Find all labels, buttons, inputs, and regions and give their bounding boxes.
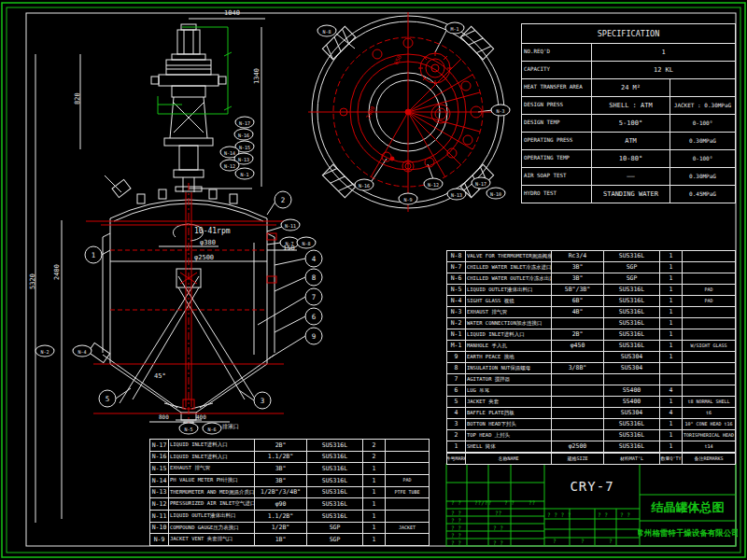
cell-matl: SUS316L: [306, 440, 362, 451]
cell-qty: 1: [659, 262, 682, 273]
dimension-annotation: ? ?: [451, 511, 461, 516]
cell-desc: LUG 吊耳: [465, 385, 551, 396]
cell-desc: SHELL 筒体: [465, 441, 551, 452]
cell-qty: 2: [362, 452, 385, 463]
cell-v1: 24 M²: [591, 79, 669, 96]
table-row: HYDRO TESTSTANDING WATER0.45MPaG: [522, 185, 735, 203]
dimension-annotation: ? ?: [451, 533, 461, 539]
table-row: N-17LIQUID INLET进料入口2B"SUS316L2: [150, 440, 429, 451]
table-row: 8INSULATION NUT保温螺母3/8B"SUS304: [447, 362, 735, 373]
cell-desc: AGITATOR 搅拌器: [465, 374, 551, 385]
cell-mark: N-9: [150, 534, 168, 545]
cell-mark: 1: [447, 441, 465, 452]
dimension-annotation: ?: [609, 539, 613, 544]
part-balloon: 2: [275, 191, 292, 209]
cell-matl: SGP: [603, 262, 659, 273]
cell-remarks: [385, 511, 429, 522]
nozzle-tag: N-6: [203, 423, 222, 435]
table-row: N-2WATER CONNECTION加水连接口SUS316L1: [447, 317, 735, 329]
cell-v1: SHELL : ATM: [591, 97, 669, 114]
cell-remarks: [682, 273, 735, 284]
part-balloon: 9: [305, 328, 323, 345]
cell-qty: 1: [362, 463, 385, 474]
cell-v1: 12 KL: [591, 62, 735, 78]
cell-remarks: [682, 374, 735, 385]
cell-mark: N-14: [150, 475, 168, 486]
dimension-annotation: 2400: [54, 264, 61, 280]
cell-mark: N-5: [447, 285, 465, 295]
dimension-annotation: ? ?: [620, 512, 630, 518]
cell-mark: 9: [447, 352, 465, 362]
cell-v1: ATM: [591, 133, 669, 149]
cell-remarks: PAD: [385, 475, 429, 486]
cell-size: 3B": [254, 475, 306, 486]
cell-mark: N-4: [447, 296, 465, 306]
cell-qty: [659, 374, 682, 385]
nozzle-tag: N-10: [486, 188, 506, 200]
cell-remarks: [682, 385, 735, 396]
table-row: 3BOTTON HEAD下封头SUS316L110° CONE HEAD t16: [447, 418, 735, 429]
table-row: N-9JACKET VENT 夹套排气口1B"SGP1: [150, 533, 429, 545]
cell-remarks: 10° CONE HEAD t16: [682, 419, 735, 429]
cell-desc: EARTH PEACE 接地: [465, 352, 551, 362]
dimension-annotation: 800: [159, 414, 169, 420]
cell-matl: SUS316L: [603, 285, 659, 295]
cell-mark: N-15: [150, 463, 168, 474]
cell-label: OPERATING PRESS: [522, 133, 591, 149]
cell-v2: JACKET : 0.30MPaG: [669, 97, 735, 114]
cell-size: 6B": [551, 296, 603, 306]
cell-matl: SUS316L: [603, 419, 659, 429]
cell-qty: 1: [362, 498, 385, 510]
nozzle-tag: N-17: [235, 117, 255, 129]
cell-size: 1B": [254, 534, 306, 545]
cell-remarks: t8 NORMAL SHELL: [682, 397, 735, 407]
cell-label: NO.REQ'D: [522, 44, 591, 61]
cell-matl: SUS316L: [603, 251, 659, 261]
cell-remarks: [682, 363, 735, 373]
drawing-sheet: SPECIFICATION NO.REQ'D1CAPACITY12 KLHEAT…: [0, 0, 747, 560]
dimension-annotation: ? ?: [598, 512, 608, 518]
table-row: N-8VALVE FOR THERMOMETER测温阀座Rc3/4SUS316L…: [447, 251, 735, 261]
drawing-number: CRY-7: [544, 464, 640, 509]
cell-mark: N-11: [150, 511, 168, 522]
cell-v2: [669, 79, 735, 96]
table-row: N-10COMPOUND GAUGE压力表接口1/2B"SGP1JACKET: [150, 522, 429, 534]
table-row: N-16LIQUID INLET进料入口1.1/2B"SUS316L2: [150, 451, 429, 463]
cell-size: 5B"/3B": [551, 285, 603, 295]
nozzle-tag: M-1: [445, 22, 465, 35]
cell-size: φ90: [254, 498, 306, 510]
cell-size: 1.1/2B": [254, 452, 306, 463]
cell-desc: JACKET 夹套: [465, 397, 551, 407]
cell-mark: N-10: [150, 523, 168, 534]
cell-label: CAPACITY: [522, 62, 591, 78]
cell-mark: 3: [447, 419, 465, 429]
nozzle-tag: N-3: [491, 105, 511, 117]
cell-size: 2B": [551, 329, 603, 340]
cell-remarks: [385, 452, 429, 463]
cell-matl: SUS316L: [603, 318, 659, 329]
cell-desc: CHILLED WATER OUTLET冷冻水出口: [465, 273, 551, 284]
nozzle-tag: N-17: [472, 177, 491, 189]
table-row: DESIGN TEMP5-100°0-100°: [522, 114, 735, 132]
cell-label: DESIGN PRESS: [522, 97, 591, 114]
cell-size: Rc3/4: [551, 251, 603, 261]
cell-remarks: [385, 534, 429, 545]
header-qty: 数量Q'TY: [659, 454, 682, 464]
cell-qty: 2: [362, 440, 385, 451]
cell-v1: 1: [591, 44, 735, 61]
cell-qty: [659, 363, 682, 373]
table-row: NO.REQ'D1: [522, 44, 735, 61]
table-row: CAPACITY12 KL: [522, 61, 735, 78]
cell-remarks: [682, 318, 735, 329]
table-row: N-5LIQUID OUTLET液体出料口5B"/3B"SUS316L1PAD: [447, 284, 735, 295]
cell-desc: PH VALUE METER PH计接口: [168, 475, 254, 486]
cell-size: φ2500: [551, 441, 603, 452]
table-row: N-1LIQUID INLET进料入口2B"SUS316L1: [447, 329, 735, 340]
cell-desc: COMPOUND GAUGE压力表接口: [168, 523, 254, 534]
part-balloon: 7: [305, 288, 323, 306]
table-row: N-7CHILLED WATER INLET冷冻水进口3B"SGP1: [447, 261, 735, 273]
cell-matl: SUS316L: [306, 498, 362, 510]
cell-remarks: [385, 498, 429, 510]
cell-matl: SUS316L: [306, 511, 362, 522]
cell-size: 3/8B": [551, 363, 603, 373]
